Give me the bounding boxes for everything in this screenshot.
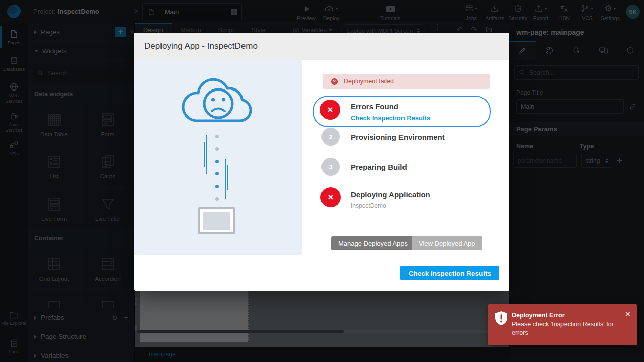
dialog-footer: Check Inspection Results: [134, 255, 509, 291]
toast-title: Deployment Error: [512, 312, 565, 319]
manage-deployed-apps-button[interactable]: Manage Deployed Apps: [331, 236, 415, 250]
rain-line: [204, 142, 205, 167]
alert-shield-icon: [495, 311, 508, 326]
drop-dot: [215, 172, 219, 175]
close-icon[interactable]: ×: [625, 309, 630, 319]
deploy-dialog: Deploying App - InspectDemo ×: [134, 33, 509, 291]
error-toast: Deployment Error Please check 'Inspectio…: [488, 304, 637, 345]
toast-message: Please check 'Inspection Results' for er…: [512, 320, 616, 337]
dialog-title: Deploying App - InspectDemo: [134, 33, 509, 60]
drop-dot: [215, 135, 219, 138]
step-title: Provisioning Environment: [351, 133, 445, 141]
rain-line: [225, 159, 226, 199]
step-title: Preparing Build: [351, 163, 407, 171]
rain-line: [206, 135, 207, 174]
divider: [304, 230, 509, 230]
drop-dot: [215, 160, 219, 163]
deploy-illustration: [134, 60, 302, 255]
step-number-badge: 3: [321, 158, 340, 176]
check-inspection-results-button[interactable]: Check Inspection Results: [400, 266, 499, 280]
deploy-steps: × Deployment failed × Errors Found Check…: [302, 60, 509, 255]
error-status-icon: ×: [320, 100, 340, 120]
rain-line: [227, 165, 228, 190]
step-number-badge: 2: [321, 128, 340, 146]
drop-dot: [215, 197, 219, 201]
check-inspection-results-link[interactable]: Check Inspection Results: [351, 114, 430, 122]
sad-cloud-icon: [179, 70, 258, 133]
error-status-icon: ×: [320, 187, 341, 207]
drop-dot: [215, 185, 219, 188]
step-title: Errors Found: [351, 102, 398, 111]
device-icon: [198, 207, 235, 234]
deployment-failed-banner: × Deployment failed: [323, 74, 490, 89]
step-subtitle: InspectDemo: [351, 202, 386, 209]
view-deployed-app-button[interactable]: View Deployed App: [412, 236, 482, 250]
error-circle-icon: ×: [331, 78, 338, 85]
drop-dot: [215, 147, 219, 151]
step-title: Deploying Application: [351, 190, 430, 199]
